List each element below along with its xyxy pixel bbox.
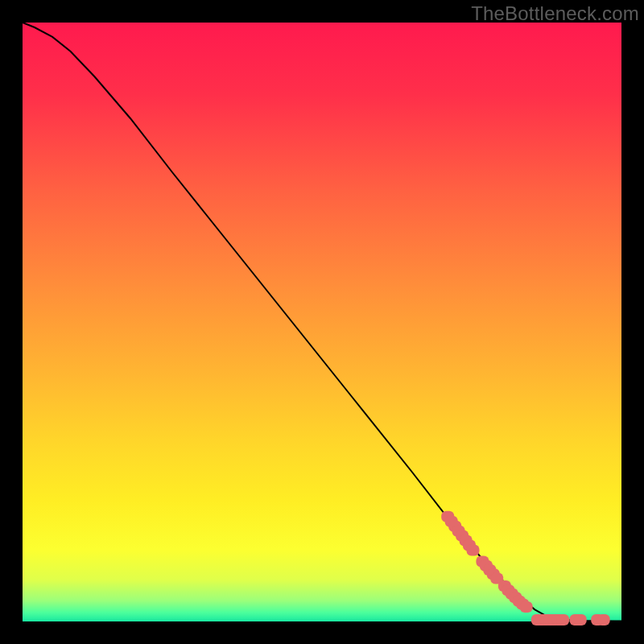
data-marker bbox=[597, 614, 610, 625]
chart-container: TheBottleneck.com bbox=[0, 0, 644, 644]
bottleneck-chart bbox=[0, 0, 644, 644]
data-marker bbox=[556, 614, 569, 625]
data-marker bbox=[574, 614, 587, 625]
data-marker bbox=[467, 545, 480, 556]
plot-background bbox=[23, 23, 621, 621]
watermark-label: TheBottleneck.com bbox=[471, 2, 639, 25]
data-marker bbox=[520, 601, 533, 613]
